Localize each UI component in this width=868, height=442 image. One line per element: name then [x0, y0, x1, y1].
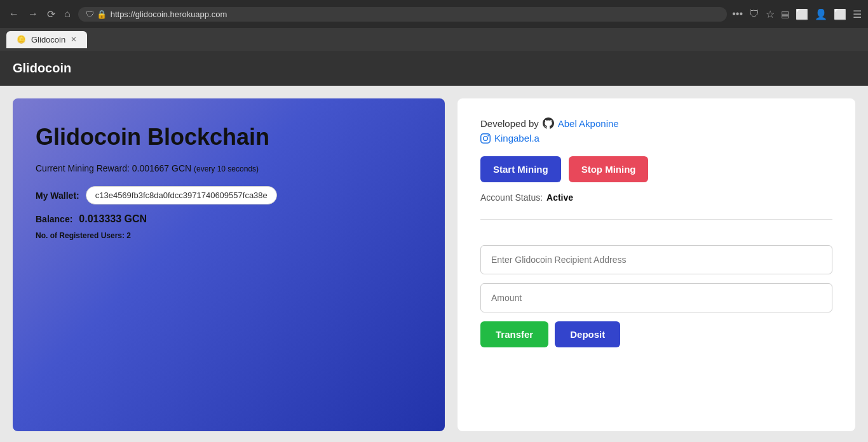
amount-input[interactable]: [480, 283, 832, 312]
address-bar-icons: 🛡 🔒: [86, 10, 107, 19]
instagram-line: Kingabel.a: [480, 133, 832, 144]
tab-title: Glidocoin: [31, 35, 65, 44]
account-status-row: Account Status: Active: [480, 192, 832, 203]
account-status-value: Active: [546, 192, 573, 203]
tab-bar: 🪙 Glidocoin ✕: [0, 28, 868, 51]
account-status-label: Account Status:: [480, 192, 543, 203]
lock-icon: 🔒: [97, 10, 107, 19]
tabs-icon[interactable]: ⬜: [796, 8, 808, 20]
shield-icon: 🛡: [86, 10, 94, 19]
deposit-button[interactable]: Deposit: [555, 321, 620, 347]
left-panel: Glidocoin Blockchain Current Mining Rewa…: [13, 98, 445, 431]
developer-name-link[interactable]: Abel Akponine: [558, 118, 619, 129]
instagram-icon: [480, 133, 491, 144]
nav-buttons: ← → ⟳ ⌂: [6, 7, 73, 22]
developer-line: Developed by Abel Akponine: [480, 117, 832, 129]
menu-icon[interactable]: ☰: [853, 8, 862, 20]
app-title: Glidocoin: [13, 61, 71, 75]
start-mining-button[interactable]: Start Mining: [480, 156, 561, 182]
stop-mining-button[interactable]: Stop Mining: [569, 156, 649, 182]
recipient-input[interactable]: [480, 245, 832, 274]
mining-reward-text: Current Mining Reward: 0.001667 GCN (eve…: [36, 163, 422, 173]
transfer-section: Transfer Deposit: [480, 245, 832, 347]
active-tab[interactable]: 🪙 Glidocoin ✕: [6, 31, 87, 48]
instagram-link[interactable]: Kingabel.a: [480, 133, 832, 144]
balance-value: 0.013333 GCN: [79, 213, 147, 225]
profile-icon[interactable]: 👤: [815, 8, 827, 20]
registered-users: No. of Registered Users: 2: [36, 231, 422, 240]
divider: [480, 219, 832, 220]
tab-close-icon[interactable]: ✕: [71, 35, 77, 44]
pocket-icon[interactable]: 🛡: [749, 8, 759, 20]
app-header: Glidocoin: [0, 51, 868, 86]
github-icon: [543, 117, 554, 129]
forward-button[interactable]: →: [25, 7, 41, 21]
mining-controls: Start Mining Stop Mining: [480, 156, 832, 182]
reload-button[interactable]: ⟳: [44, 7, 58, 22]
bookmark-icon[interactable]: ☆: [766, 8, 775, 20]
tab-favicon: 🪙: [17, 35, 26, 44]
blockchain-title: Glidocoin Blockchain: [36, 124, 422, 151]
back-button[interactable]: ←: [6, 7, 22, 21]
browser-chrome: ← → ⟳ ⌂ 🛡 🔒 ••• 🛡 ☆ ▤ ⬜ 👤 ⬜ ☰: [0, 0, 868, 28]
wallet-label: My Wallet:: [36, 191, 79, 201]
main-content: Glidocoin Blockchain Current Mining Rewa…: [0, 86, 868, 442]
more-options-icon[interactable]: •••: [732, 8, 743, 20]
extensions-icon[interactable]: ⬜: [834, 8, 846, 20]
wallet-row: My Wallet: c13e4569fb3fc8da0fdcc39717406…: [36, 186, 422, 204]
action-buttons: Transfer Deposit: [480, 321, 832, 347]
wallet-address: c13e4569fb3fc8da0fdcc3971740609557fca38e: [86, 186, 277, 204]
balance-label: Balance:: [36, 214, 72, 224]
amount-input-wrap: [480, 283, 832, 312]
developer-prefix: Developed by: [480, 118, 539, 129]
home-button[interactable]: ⌂: [62, 7, 73, 21]
address-input[interactable]: [111, 10, 720, 19]
right-panel: Developed by Abel Akponine Kingabel.a St…: [458, 98, 855, 431]
transfer-button[interactable]: Transfer: [480, 321, 548, 347]
balance-row: Balance: 0.013333 GCN: [36, 213, 422, 225]
developer-section: Developed by Abel Akponine Kingabel.a: [480, 117, 832, 144]
address-bar-container: 🛡 🔒: [78, 7, 728, 22]
browser-action-icons: ••• 🛡 ☆ ▤ ⬜ 👤 ⬜ ☰: [732, 8, 862, 20]
sidebar-icon[interactable]: ▤: [781, 9, 789, 19]
